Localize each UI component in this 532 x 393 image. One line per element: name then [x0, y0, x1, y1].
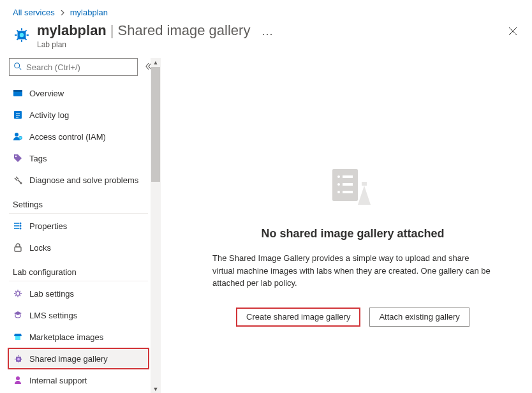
sidebar-item-label: Activity log	[29, 110, 69, 120]
resource-icon	[13, 26, 31, 44]
svg-point-12	[20, 228, 22, 230]
chevron-right-icon	[60, 8, 65, 17]
scrollbar-thumb[interactable]	[151, 67, 160, 182]
sidebar-item-locks[interactable]: Locks	[9, 237, 148, 258]
sidebar-item-properties[interactable]: Properties	[9, 215, 148, 237]
svg-point-9	[20, 182, 22, 184]
attach-gallery-button[interactable]: Attach existing gallery	[369, 308, 469, 327]
sidebar-item-internal-support[interactable]: Internal support	[9, 369, 148, 391]
sidebar-item-label: Lab settings	[29, 289, 74, 299]
svg-point-14	[16, 292, 20, 295]
sidebar-group-lab-config: Lab configuration	[9, 258, 148, 281]
page-header: mylabplan | Shared image gallery Lab pla…	[0, 22, 532, 52]
sidebar-item-label: LMS settings	[29, 311, 77, 320]
svg-point-1	[20, 33, 24, 38]
sidebar-item-access-control[interactable]: Access control (IAM)	[9, 126, 148, 147]
search-input-wrapper[interactable]	[9, 58, 138, 76]
svg-point-8	[15, 156, 17, 157]
sidebar-item-label: Shared image gallery	[29, 354, 108, 364]
overview-icon	[13, 88, 23, 98]
sidebar-item-activity-log[interactable]: Activity log	[9, 104, 148, 126]
sidebar-group-settings: Settings	[9, 191, 148, 214]
tag-icon	[13, 153, 23, 163]
gear-icon	[13, 288, 23, 299]
more-icon[interactable]: ···	[262, 27, 273, 41]
page-subtitle: Lab plan	[37, 40, 250, 49]
breadcrumb-root[interactable]: All services	[13, 8, 55, 17]
search-icon	[13, 62, 26, 73]
collapse-sidebar-icon[interactable]	[144, 63, 151, 72]
sidebar-item-tags[interactable]: Tags	[9, 147, 148, 169]
sidebar-item-lms-settings[interactable]: LMS settings	[9, 304, 148, 326]
svg-point-2	[15, 63, 20, 68]
empty-state-title: No shared image gallery attached	[261, 227, 444, 241]
sidebar-item-lab-settings[interactable]: Lab settings	[9, 283, 148, 304]
page-section: Shared image gallery	[118, 22, 251, 39]
sidebar-item-label: Properties	[29, 221, 67, 231]
create-gallery-button[interactable]: Create shared image gallery	[236, 308, 360, 327]
sidebar-item-label: Access control (IAM)	[29, 132, 106, 142]
sidebar-scrollbar[interactable]: ▲ ▼	[151, 58, 161, 393]
svg-point-7	[19, 137, 22, 140]
svg-point-20	[337, 175, 340, 178]
activity-log-icon	[13, 110, 23, 120]
empty-state-description: The Shared Image Gallery provides a simp…	[212, 252, 493, 290]
scroll-down-icon[interactable]: ▼	[151, 385, 160, 393]
svg-rect-26	[362, 182, 367, 186]
marketplace-icon	[13, 332, 23, 342]
lms-icon	[13, 310, 23, 320]
svg-rect-21	[343, 175, 353, 178]
svg-rect-25	[343, 191, 353, 193]
sidebar-item-marketplace-images[interactable]: Marketplace images	[9, 326, 148, 348]
sidebar-item-shared-image-gallery[interactable]: Shared image gallery	[8, 348, 149, 369]
svg-point-10	[20, 223, 22, 225]
svg-point-22	[337, 183, 340, 186]
properties-icon	[13, 221, 23, 231]
breadcrumb: All services mylabplan	[0, 0, 532, 22]
empty-state-icon	[330, 167, 376, 209]
main-content: No shared image gallery attached The Sha…	[161, 58, 532, 393]
sidebar-item-label: Diagnose and solve problems	[29, 175, 138, 185]
sidebar-item-label: Internal support	[29, 376, 87, 385]
svg-point-18	[16, 376, 20, 380]
diagnose-icon	[13, 175, 23, 185]
sidebar-item-overview[interactable]: Overview	[9, 82, 148, 104]
sidebar-item-label: Overview	[29, 89, 64, 98]
svg-point-17	[17, 358, 20, 360]
sidebar-item-label: Tags	[29, 154, 47, 163]
svg-point-24	[337, 191, 340, 193]
breadcrumb-current[interactable]: mylabplan	[70, 8, 108, 17]
sidebar: Overview Activity log Access control (IA…	[0, 58, 151, 393]
sidebar-item-label: Marketplace images	[29, 332, 103, 342]
search-input[interactable]	[26, 63, 133, 72]
svg-rect-15	[15, 336, 20, 340]
lock-icon	[13, 242, 23, 253]
svg-rect-23	[343, 183, 353, 186]
close-button[interactable]	[508, 26, 518, 38]
page-title: mylabplan	[37, 22, 107, 39]
sidebar-item-label: Locks	[29, 243, 51, 253]
svg-point-11	[20, 225, 22, 227]
support-icon	[13, 375, 23, 385]
svg-point-6	[15, 133, 18, 137]
scroll-up-icon[interactable]: ▲	[151, 58, 160, 67]
svg-rect-13	[15, 247, 21, 251]
svg-rect-4	[13, 90, 22, 92]
shared-gallery-icon	[13, 353, 23, 364]
sidebar-item-diagnose[interactable]: Diagnose and solve problems	[9, 169, 148, 191]
access-control-icon	[13, 131, 23, 142]
